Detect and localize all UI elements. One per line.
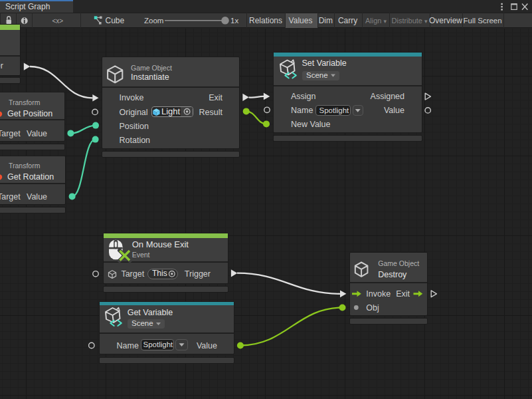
svg-text:<x>: <x>	[52, 17, 64, 25]
